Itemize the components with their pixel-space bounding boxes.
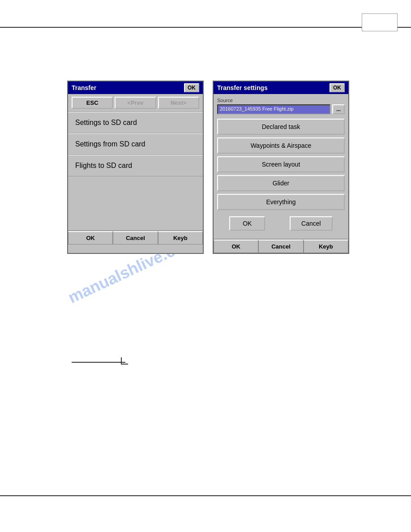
prev-button[interactable]: <Prev [115, 97, 156, 109]
cursor-icon [121, 357, 128, 365]
everything-button[interactable]: Everything [217, 194, 345, 210]
settings-footer-ok-button[interactable]: OK [214, 240, 258, 253]
screen-layout-button[interactable]: Screen layout [217, 156, 345, 172]
waypoints-airspace-button[interactable]: Waypoints & Airspace [217, 137, 345, 154]
next-button[interactable]: Next> [158, 97, 199, 109]
transfer-cancel-button[interactable]: Cancel [113, 231, 158, 245]
source-row: 20160723_145935 Free Flight.zip ... [217, 104, 345, 114]
transfer-ok-button[interactable]: OK [68, 231, 113, 245]
transfer-footer: OK Cancel Keyb [68, 230, 203, 245]
top-decorative-line [0, 27, 411, 28]
settings-dialog: Transfer settings OK Source 20160723_145… [213, 81, 349, 254]
transfer-keyb-button[interactable]: Keyb [158, 231, 203, 245]
transfer-ok-title-button[interactable]: OK [184, 83, 199, 92]
esc-button[interactable]: ESC [72, 97, 113, 109]
settings-title-bar: Transfer settings OK [214, 82, 348, 94]
settings-content: Source 20160723_145935 Free Flight.zip .… [214, 94, 348, 239]
transfer-empty-area [68, 176, 203, 230]
settings-to-sd-item[interactable]: Settings to SD card [68, 112, 203, 133]
glider-button[interactable]: Glider [217, 175, 345, 191]
transfer-nav: ESC <Prev Next> [68, 94, 203, 112]
source-input[interactable]: 20160723_145935 Free Flight.zip [217, 104, 330, 114]
settings-footer-cancel-button[interactable]: Cancel [258, 240, 303, 253]
source-label: Source [217, 98, 345, 103]
declared-task-button[interactable]: Declared task [217, 119, 345, 135]
settings-footer: OK Cancel Keyb [214, 239, 348, 253]
settings-ok-cancel-row: OK Cancel [217, 216, 345, 231]
settings-cancel-button[interactable]: Cancel [290, 216, 333, 231]
bottom-decorative-line [0, 495, 411, 496]
top-right-box [362, 13, 398, 31]
transfer-title-bar: Transfer OK [68, 82, 203, 94]
cursor-line [72, 362, 125, 363]
settings-footer-keyb-button[interactable]: Keyb [304, 240, 348, 253]
dialogs-container: Transfer OK ESC <Prev Next> Settings to … [67, 81, 349, 254]
transfer-title: Transfer [72, 84, 96, 91]
settings-ok-button[interactable]: OK [229, 216, 265, 231]
settings-ok-title-button[interactable]: OK [330, 83, 345, 92]
settings-title: Transfer settings [217, 84, 268, 91]
transfer-dialog: Transfer OK ESC <Prev Next> Settings to … [67, 81, 204, 254]
settings-from-sd-item[interactable]: Settings from SD card [68, 133, 203, 155]
browse-button[interactable]: ... [332, 104, 345, 114]
flights-to-sd-item[interactable]: Flights to SD card [68, 155, 203, 176]
